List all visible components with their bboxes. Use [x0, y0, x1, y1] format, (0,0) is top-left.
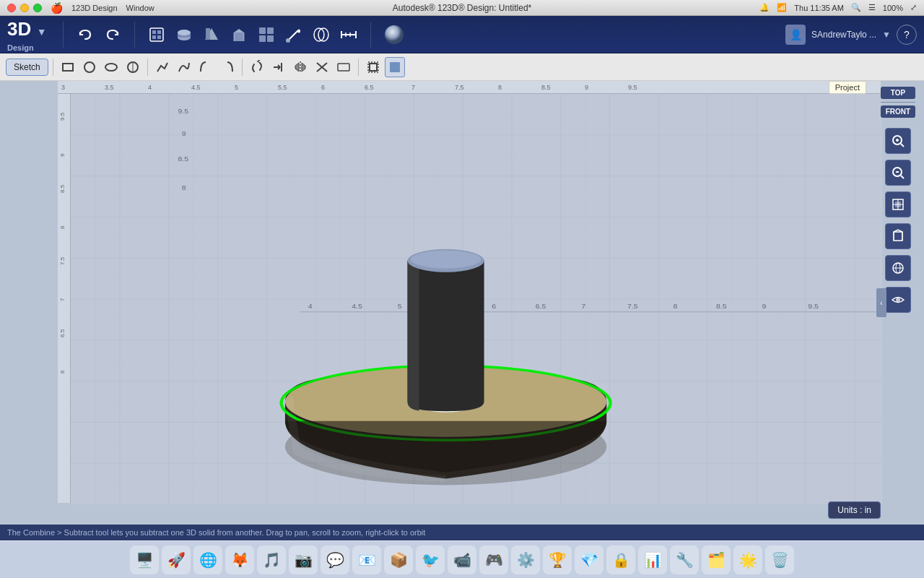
- main-tools-group: [144, 22, 362, 48]
- close-button[interactable]: [7, 4, 16, 12]
- svg-text:3: 3: [61, 84, 65, 91]
- app-menu-123d[interactable]: 123D Design: [71, 4, 118, 12]
- dock-app6[interactable]: 🏆: [543, 545, 572, 574]
- zoom-fit-button[interactable]: [885, 191, 911, 217]
- apple-menu[interactable]: 🍎: [51, 2, 63, 14]
- svg-text:4.5: 4.5: [191, 84, 201, 91]
- canvas-area[interactable]: 3 3.5 4 4.5 5 5.5 6 6.5 7 7.5 8 8.5 9 9.…: [0, 81, 924, 525]
- app-logo: 3D Design ▼: [7, 17, 47, 52]
- home-view-button[interactable]: [885, 223, 911, 249]
- svg-text:5: 5: [235, 84, 238, 91]
- svg-rect-4: [157, 35, 161, 39]
- material-button[interactable]: [380, 20, 409, 49]
- 3d-viewport[interactable]: 4 4.5 5 5.5 6 6.5 7 7.5 8 8.5 9 9.5 9.5 …: [71, 94, 882, 504]
- trim-tool[interactable]: [312, 57, 332, 77]
- combine-tool[interactable]: [308, 22, 334, 48]
- svg-text:4: 4: [308, 303, 313, 310]
- svg-rect-33: [370, 64, 377, 71]
- window-menu[interactable]: Window: [126, 4, 154, 12]
- spline-tool[interactable]: [174, 57, 194, 77]
- transform-tool[interactable]: [144, 22, 170, 48]
- dock-app7[interactable]: 💎: [575, 545, 603, 574]
- dock-app5[interactable]: ⚙️: [511, 545, 540, 574]
- box-tool[interactable]: [226, 22, 252, 48]
- dock-launchpad[interactable]: 🚀: [162, 545, 191, 574]
- svg-text:7: 7: [411, 84, 415, 91]
- traffic-lights[interactable]: [7, 4, 42, 12]
- polygon-sketch-tool[interactable]: [123, 57, 143, 77]
- modify-tool[interactable]: [281, 22, 307, 48]
- dock-mail[interactable]: 📧: [352, 545, 381, 574]
- ellipse-sketch-tool[interactable]: [101, 57, 121, 77]
- dock-app10[interactable]: 🔧: [670, 545, 699, 574]
- horizontal-ruler: 3 3.5 4 4.5 5 5.5 6 6.5 7 7.5 8 8.5 9 9.…: [58, 81, 881, 94]
- maximize-button[interactable]: [33, 4, 42, 12]
- dock-app12[interactable]: 🌟: [733, 545, 762, 574]
- project-edge-tool[interactable]: [363, 57, 383, 77]
- project-tool[interactable]: [385, 57, 405, 77]
- svg-text:9: 9: [585, 84, 588, 91]
- eye-view-button[interactable]: [885, 287, 911, 313]
- sketch-menu-button[interactable]: Sketch: [6, 59, 48, 76]
- svg-text:8.5: 8.5: [716, 303, 727, 310]
- primitives-tool[interactable]: [171, 22, 197, 48]
- measure-tool[interactable]: [336, 22, 362, 48]
- zoom-in-button[interactable]: [885, 128, 911, 154]
- dock-app9[interactable]: 📊: [638, 545, 667, 574]
- search-icon[interactable]: 🔍: [851, 3, 861, 12]
- collapse-panel-button[interactable]: ‹: [876, 288, 886, 317]
- svg-rect-31: [338, 64, 349, 71]
- arc2-tool[interactable]: [217, 57, 237, 77]
- rectangle-sketch-tool[interactable]: [58, 57, 78, 77]
- minimize-button[interactable]: [20, 4, 29, 12]
- top-view-button[interactable]: TOP: [881, 87, 915, 99]
- expand-icon[interactable]: ⤢: [910, 3, 917, 12]
- user-dropdown-icon[interactable]: ▼: [882, 30, 891, 40]
- zoom-out-button[interactable]: [885, 160, 911, 186]
- units-badge[interactable]: Units : in: [828, 501, 881, 519]
- dock-app2[interactable]: 🐦: [416, 545, 445, 574]
- svg-text:9: 9: [59, 153, 66, 157]
- dock-app3[interactable]: 📹: [448, 545, 476, 574]
- mirror-tool[interactable]: [290, 57, 310, 77]
- pattern-tool[interactable]: [253, 22, 279, 48]
- help-button[interactable]: ?: [897, 25, 917, 45]
- svg-text:8.5: 8.5: [541, 84, 551, 91]
- dock-app1[interactable]: 📦: [384, 545, 413, 574]
- dock-finder[interactable]: 🖥️: [130, 545, 159, 574]
- circle-sketch-tool[interactable]: [79, 57, 100, 77]
- redo-button[interactable]: [100, 22, 126, 48]
- rotate-sketch-tool[interactable]: [247, 57, 267, 77]
- dock-photo[interactable]: 📷: [289, 545, 318, 574]
- svg-text:6.5: 6.5: [59, 329, 66, 337]
- dock-app4[interactable]: 🎮: [479, 545, 508, 574]
- smart-shapes-tool[interactable]: [199, 22, 225, 48]
- dock-messages[interactable]: 💬: [321, 545, 349, 574]
- spacer5: [881, 251, 915, 254]
- svg-text:8: 8: [182, 184, 186, 191]
- arc1-tool[interactable]: [196, 57, 216, 77]
- user-name[interactable]: SAndrewTaylo ...: [811, 30, 876, 40]
- svg-rect-22: [63, 64, 73, 71]
- dock-firefox[interactable]: 🦊: [225, 545, 254, 574]
- status-text: The Combine > Subtract tool lets you sub…: [7, 528, 425, 537]
- dock-chrome[interactable]: 🌐: [193, 545, 222, 574]
- line-sketch-tool[interactable]: [152, 57, 173, 77]
- dock-music[interactable]: 🎵: [257, 545, 286, 574]
- svg-text:6.5: 6.5: [536, 303, 546, 310]
- logo-dropdown-icon[interactable]: ▼: [37, 26, 47, 38]
- menu-icon[interactable]: ☰: [868, 3, 876, 12]
- extend-tool[interactable]: [334, 57, 354, 77]
- dock-app13[interactable]: 🗑️: [765, 545, 794, 574]
- app-container: 3D Design ▼: [0, 16, 924, 578]
- undo-button[interactable]: [72, 22, 98, 48]
- dock-app11[interactable]: 🗂️: [702, 545, 731, 574]
- offset-tool[interactable]: [269, 57, 289, 77]
- front-view-button[interactable]: FRONT: [881, 105, 915, 118]
- svg-text:9.5: 9.5: [808, 303, 819, 310]
- svg-rect-8: [234, 33, 244, 41]
- perspective-button[interactable]: [885, 255, 911, 281]
- sketch-sep-4: [358, 59, 359, 76]
- dock-app8[interactable]: 🔒: [606, 545, 635, 574]
- svg-point-21: [385, 25, 404, 44]
